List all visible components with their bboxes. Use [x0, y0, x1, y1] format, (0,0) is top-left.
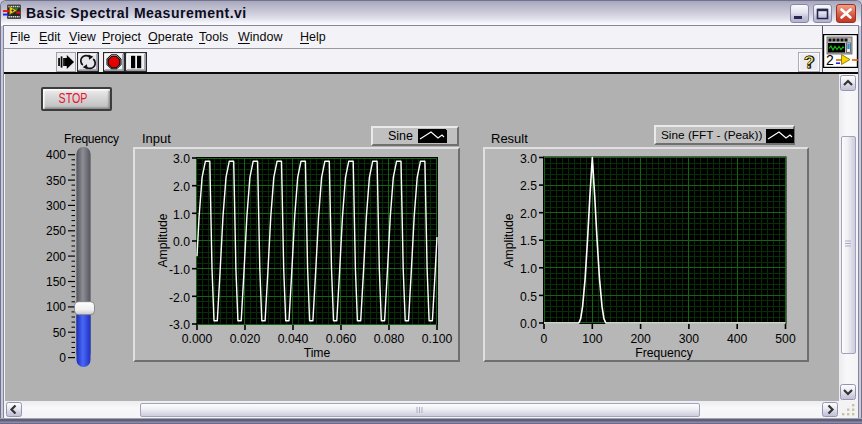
- svg-text:0.080: 0.080: [374, 332, 405, 346]
- svg-text:?: ?: [804, 53, 814, 72]
- svg-text:100: 100: [582, 332, 603, 346]
- svg-text:350: 350: [46, 174, 66, 188]
- svg-text:0.000: 0.000: [182, 332, 213, 346]
- svg-text:2.5: 2.5: [520, 179, 537, 193]
- svg-text:0.0: 0.0: [173, 235, 190, 249]
- svg-text:2.0: 2.0: [520, 207, 537, 221]
- svg-text:Time: Time: [304, 346, 331, 360]
- svg-text:150: 150: [46, 275, 66, 289]
- svg-text:50: 50: [53, 326, 67, 340]
- svg-text:500: 500: [775, 332, 796, 346]
- svg-text:-3.0: -3.0: [169, 318, 190, 332]
- svg-text:3.0: 3.0: [173, 152, 190, 166]
- svg-text:0.5: 0.5: [520, 290, 537, 304]
- svg-text:300: 300: [679, 332, 700, 346]
- svg-text:400: 400: [727, 332, 748, 346]
- svg-text:-2.0: -2.0: [169, 291, 190, 305]
- svg-text:Amplitude: Amplitude: [502, 213, 516, 267]
- svg-text:0.040: 0.040: [278, 332, 309, 346]
- svg-text:100: 100: [46, 300, 66, 314]
- svg-text:3.0: 3.0: [520, 152, 537, 166]
- svg-text:0: 0: [541, 332, 548, 346]
- svg-text:0.100: 0.100: [422, 332, 453, 346]
- svg-text:300: 300: [46, 199, 66, 213]
- svg-text:0.0: 0.0: [520, 317, 537, 331]
- svg-text:200: 200: [46, 250, 66, 264]
- svg-text:2.0: 2.0: [173, 180, 190, 194]
- svg-text:-1.0: -1.0: [169, 263, 190, 277]
- svg-text:Frequency: Frequency: [635, 346, 693, 360]
- svg-text:200: 200: [630, 332, 651, 346]
- svg-text:0.060: 0.060: [326, 332, 357, 346]
- svg-text:400: 400: [46, 148, 66, 162]
- svg-text:250: 250: [46, 224, 66, 238]
- svg-text:0.020: 0.020: [230, 332, 261, 346]
- svg-text:0: 0: [59, 351, 66, 365]
- svg-text:1.5: 1.5: [520, 234, 537, 248]
- svg-text:Amplitude: Amplitude: [156, 213, 170, 267]
- svg-text:2: 2: [826, 52, 834, 68]
- svg-text:1.0: 1.0: [520, 262, 537, 276]
- svg-text:1.0: 1.0: [173, 208, 190, 222]
